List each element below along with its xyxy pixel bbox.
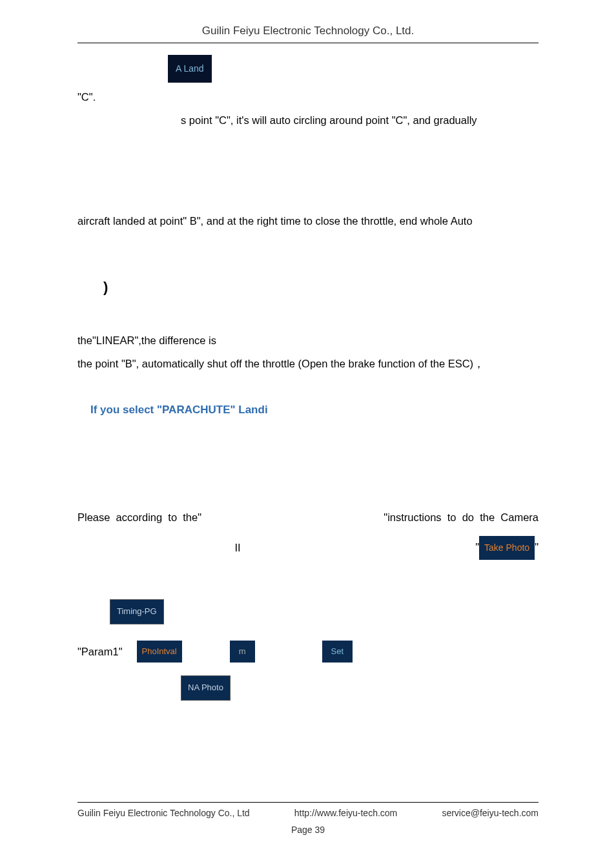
param1-label: "Param1" xyxy=(77,640,123,663)
roman-two: II xyxy=(235,536,241,559)
text-point-c: s point "C", it's will auto circling aro… xyxy=(77,108,539,132)
page-header-title: Guilin Feiyu Electronic Technology Co., … xyxy=(0,0,616,37)
camera-instruction-row: Please according to the" "instructions t… xyxy=(77,506,539,529)
m-button: m xyxy=(230,641,255,663)
na-photo-button: NA Photo xyxy=(181,675,231,701)
parachute-heading: If you select "PARACHUTE" Landi xyxy=(90,398,539,422)
takephoto-quoted: "Take Photo" xyxy=(475,535,539,560)
text-c: "C". xyxy=(77,85,539,108)
footer-company: Guilin Feiyu Electronic Technology Co., … xyxy=(77,808,250,818)
takephoto-row: II "Take Photo" xyxy=(77,535,539,560)
footer-divider xyxy=(77,802,539,803)
camera-text-pre: Please according to the" xyxy=(77,506,201,529)
text-linear1: the"LINEAR",the difference is xyxy=(77,329,539,352)
footer-url: http://www.feiyu-tech.com xyxy=(294,808,398,818)
page-footer: Guilin Feiyu Electronic Technology Co., … xyxy=(0,802,616,835)
closing-paren: ) xyxy=(103,272,539,303)
timing-pg-button: Timing-PG xyxy=(110,599,164,624)
footer-email: service@feiyu-tech.com xyxy=(442,808,539,818)
footer-page-number: Page 39 xyxy=(0,825,616,835)
camera-text-post: "instructions to do the Camera xyxy=(384,506,539,529)
document-body: A Land "C". s point "C", it's will auto … xyxy=(0,43,616,701)
phointval-button: PhoIntval xyxy=(137,641,182,663)
set-button: Set xyxy=(322,641,353,663)
text-landed-b: aircraft landed at point" B", and at the… xyxy=(77,209,539,232)
a-land-button: A Land xyxy=(168,55,212,83)
take-photo-button: Take Photo xyxy=(479,536,535,560)
text-linear2: the point "B", automatically shut off th… xyxy=(77,352,539,375)
